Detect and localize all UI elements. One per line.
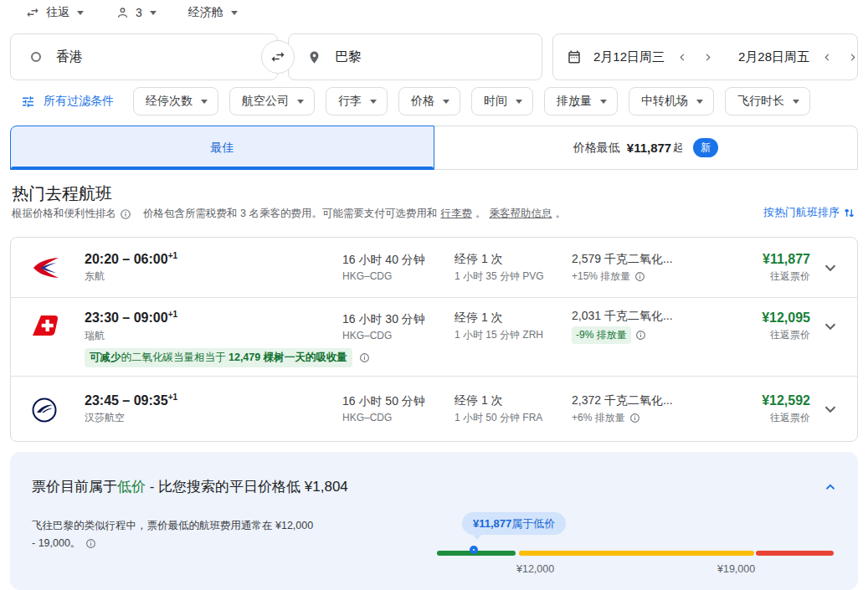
flight-row-china-eastern[interactable]: 20:20 – 06:00+1 东航 16 小时 40 分钟 HKG–CDG 经…	[11, 238, 857, 297]
flight-emissions: 2,579 千克二氧化...	[572, 252, 673, 267]
passenger-count: 3	[136, 6, 142, 19]
origin-value: 香港	[56, 49, 83, 66]
flight-route: HKG–CDG	[342, 330, 455, 341]
sort-label: 按热门航班排序	[763, 205, 840, 220]
expand-flight-button[interactable]	[810, 259, 850, 277]
info-icon[interactable]	[359, 352, 370, 363]
passengers-select[interactable]: 3	[116, 6, 157, 20]
destination-value: 巴黎	[335, 49, 362, 66]
chevron-down-icon	[231, 11, 238, 15]
origin-field[interactable]: 香港	[10, 33, 278, 80]
filter-chip-stops[interactable]: 经停次数	[133, 87, 218, 115]
flight-emissions: 2,372 千克二氧化...	[572, 393, 673, 408]
return-date-value[interactable]: 2月28日周五	[738, 49, 809, 65]
chevron-down-icon	[201, 100, 208, 104]
flight-times: 23:45 – 09:35+1	[85, 392, 342, 408]
price-range-high-segment	[756, 551, 834, 556]
trip-type-select[interactable]: 往返	[25, 5, 84, 20]
filter-chip-emissions[interactable]: 排放量	[544, 87, 618, 115]
emissions-delta: -9% 排放量	[572, 326, 631, 344]
active-tab-underline	[11, 167, 434, 169]
destination-field[interactable]: 巴黎	[288, 33, 542, 80]
cabin-class-select[interactable]: 经济舱	[188, 5, 238, 20]
page-title: 热门去程航班	[12, 182, 112, 205]
calendar-icon	[567, 49, 582, 64]
price-range-typical-segment	[519, 551, 754, 556]
depart-date-next-icon[interactable]	[696, 46, 718, 68]
info-icon[interactable]	[120, 208, 131, 220]
eco-savings-note: 可减少的二氧化碳当量相当于 12,479 棵树一天的吸收量	[85, 348, 857, 367]
sort-arrows-icon	[842, 206, 856, 220]
range-high-label: ¥19,000	[717, 563, 755, 575]
flight-route: HKG–CDG	[342, 270, 455, 282]
baggage-fees-link[interactable]: 行李费	[440, 207, 472, 221]
filter-chip-duration[interactable]: 飞行时长	[725, 87, 810, 115]
flight-results-list: 20:20 – 06:00+1 东航 16 小时 40 分钟 HKG–CDG 经…	[10, 237, 858, 442]
tab-cheapest-price: ¥11,877	[627, 141, 671, 155]
sort-by-button[interactable]: 按热门航班排序	[763, 205, 856, 220]
return-date-next-icon[interactable]	[841, 46, 863, 68]
flight-row-lufthansa[interactable]: 23:45 – 09:35+1 汉莎航空 16 小时 50 分钟 HKG–CDG…	[11, 376, 857, 441]
cabin-class-label: 经济舱	[188, 5, 223, 20]
price-tooltip: ¥11,877属于低价	[462, 512, 566, 535]
price-type: 往返票价	[718, 411, 810, 425]
range-low-label: ¥12,000	[516, 563, 554, 575]
tab-cheapest-from: 起	[673, 141, 683, 155]
chevron-down-icon	[443, 100, 449, 104]
filter-chip-bags[interactable]: 行李	[326, 87, 388, 115]
filter-chip-airlines[interactable]: 航空公司	[229, 87, 315, 115]
expand-flight-button[interactable]	[810, 317, 850, 336]
tune-icon	[21, 95, 35, 109]
stop-detail: 1 小时 15 分钟 ZRH	[455, 328, 572, 342]
price-note: 价格包含所需税费和 3 名乘客的费用。可能需要支付可选费用和	[143, 207, 437, 221]
flight-route: HKG–CDG	[342, 412, 455, 423]
filter-chip-times[interactable]: 时间	[471, 87, 533, 115]
price-insight-title: 票价目前属于低价 - 比您搜索的平日价格低 ¥1,804	[32, 477, 348, 496]
swap-horizontal-icon	[25, 5, 40, 20]
swiss-logo	[31, 314, 61, 339]
china-eastern-logo	[31, 255, 61, 280]
info-icon[interactable]	[629, 413, 640, 423]
trip-options-bar: 往返 3 经济舱	[25, 0, 238, 25]
swap-locations-button[interactable]	[261, 40, 295, 74]
flight-emissions: 2,031 千克二氧化...	[572, 309, 673, 324]
trip-type-label: 往返	[46, 5, 69, 20]
flight-row-swiss[interactable]: 23:30 – 09:00+1 瑞航 16 小时 30 分钟 HKG–CDG 经…	[11, 297, 857, 367]
all-filters-button[interactable]: 所有过滤条件	[21, 94, 114, 109]
tab-best[interactable]: 最佳	[10, 126, 434, 170]
flight-price: ¥11,877	[718, 252, 810, 267]
info-icon[interactable]	[634, 271, 645, 282]
filter-chip-connecting-airports[interactable]: 中转机场	[629, 87, 714, 115]
collapse-panel-button[interactable]	[819, 475, 842, 499]
chevron-down-icon	[297, 100, 304, 104]
stop-detail: 1 小时 35 分钟 PVG	[455, 269, 572, 284]
stop-detail: 1 小时 50 分钟 FRA	[455, 411, 572, 425]
flight-price: ¥12,592	[718, 393, 810, 408]
dates-field[interactable]: 2月12日周三 2月28日周五	[552, 33, 858, 80]
new-badge: 新	[693, 138, 718, 157]
chevron-down-icon	[370, 100, 377, 104]
airline-name: 汉莎航空	[85, 411, 342, 425]
passenger-assistance-link[interactable]: 乘客帮助信息	[489, 207, 552, 221]
flight-price: ¥12,095	[718, 310, 810, 326]
return-date-prev-icon[interactable]	[816, 46, 838, 68]
chevron-down-icon	[150, 11, 157, 15]
info-icon[interactable]	[635, 330, 646, 341]
current-price-marker[interactable]	[470, 546, 478, 554]
info-icon[interactable]	[85, 538, 96, 549]
airline-name: 东航	[85, 269, 342, 284]
chevron-down-icon	[77, 11, 84, 15]
location-pin-icon	[307, 50, 321, 64]
expand-flight-button[interactable]	[810, 400, 850, 418]
emissions-delta: +6% 排放量	[572, 411, 625, 425]
sort-tabs: 最佳 价格最低 ¥11,877 起 新	[10, 126, 858, 170]
flight-duration: 16 小时 40 分钟	[342, 253, 455, 268]
depart-date-prev-icon[interactable]	[671, 46, 693, 68]
price-type: 往返票价	[718, 328, 810, 342]
depart-date-value[interactable]: 2月12日周三	[593, 49, 665, 65]
tab-cheapest[interactable]: 价格最低 ¥11,877 起 新	[434, 126, 858, 170]
origin-circle-icon	[31, 52, 41, 62]
tooltip-tail	[472, 534, 482, 540]
results-subtitle: 根据价格和便利性排名 价格包含所需税费和 3 名乘客的费用。可能需要支付可选费用…	[12, 207, 566, 221]
filter-chip-price[interactable]: 价格	[398, 87, 460, 115]
